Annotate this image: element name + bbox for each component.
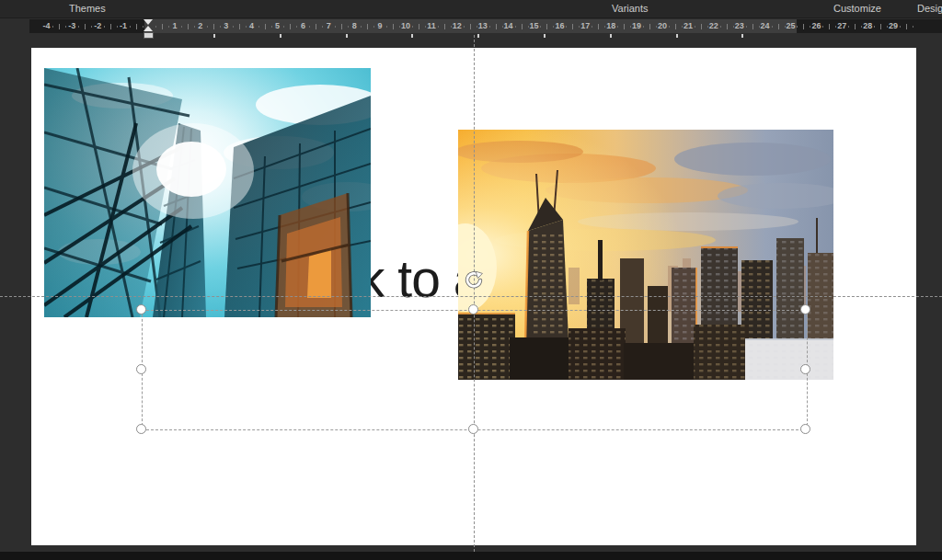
ruler-tick-dot: [91, 26, 92, 28]
ruler-number: -4: [42, 19, 50, 33]
ruler-number: 7: [327, 19, 331, 33]
ruler-tick-dot: [874, 26, 875, 28]
ruler-tick: [649, 24, 650, 29]
ruler-tick-dot: [386, 26, 387, 28]
ruler-tick-dot: [438, 26, 439, 28]
horizontal-center-guide[interactable]: [0, 296, 942, 297]
rotation-handle-icon[interactable]: [465, 271, 483, 290]
ruler-tick: [419, 24, 419, 29]
ruler-tick-dot: [848, 26, 849, 28]
ruler-number: 25: [786, 19, 795, 33]
selection-handle-top-center[interactable]: [468, 304, 478, 314]
ruler-tick-dot: [155, 26, 156, 28]
ruler-tick-dot: [643, 26, 644, 28]
ruler-tick: [367, 24, 368, 29]
ruler-tick-dot: [617, 26, 618, 28]
tab-stop-marker[interactable]: [346, 34, 348, 38]
photo-glass-skyscrapers[interactable]: [44, 68, 371, 317]
ruler-number: 8: [352, 19, 357, 33]
tab-stop-marker[interactable]: [280, 34, 281, 38]
ruler-tick: [624, 24, 625, 29]
ruler-tick-dot: [900, 26, 901, 28]
selection-handle-top-right[interactable]: [800, 304, 810, 314]
ruler-number: -2: [94, 19, 101, 33]
ruler-tick-dot: [168, 26, 169, 28]
ruler-tick-dot: [759, 26, 760, 28]
ruler-tick: [546, 24, 547, 29]
selection-handle-top-left[interactable]: [136, 304, 146, 314]
ruler-tick: [393, 24, 394, 29]
ruler-number: 28: [863, 19, 872, 33]
ruler-tick-dot: [181, 26, 182, 28]
ruler-tick: [855, 24, 856, 29]
ruler-tick-dot: [258, 26, 259, 28]
ruler-number: 5: [275, 19, 280, 33]
ruler-tick-dot: [515, 26, 516, 28]
selection-handle-middle-left[interactable]: [136, 364, 146, 374]
selection-handle-bottom-right[interactable]: [800, 424, 810, 434]
ruler-tick-dot: [887, 26, 888, 28]
ruler-number: 19: [632, 19, 641, 33]
ruler-tick: [239, 24, 240, 29]
ruler-number: 1: [172, 19, 177, 33]
ruler-tick-dot: [348, 26, 349, 28]
left-indent-marker[interactable]: [144, 32, 154, 39]
ruler-tick: [778, 24, 779, 29]
ribbon-group-variants: Variants: [612, 3, 649, 14]
ruler-tick: [162, 24, 163, 29]
tab-stop-marker[interactable]: [544, 34, 546, 38]
ruler-tick-dot: [117, 26, 118, 28]
ruler-tick: [727, 24, 728, 29]
ruler-tick: [213, 24, 214, 29]
tab-stop-marker[interactable]: [741, 34, 743, 38]
ruler-number: 9: [378, 19, 383, 33]
ribbon-bottom-strip: Themes Variants Customize Design: [0, 0, 942, 18]
ruler-tick-dot: [104, 26, 105, 28]
ruler-number: 4: [249, 19, 254, 33]
ruler-number: 17: [580, 19, 590, 33]
ruler-tick-dot: [695, 26, 695, 28]
ruler-tick-dot: [335, 26, 336, 28]
tab-stop-marker[interactable]: [411, 34, 413, 38]
tab-stop-marker[interactable]: [610, 34, 612, 38]
tab-stop-marker[interactable]: [676, 34, 678, 38]
ruler-tick: [188, 24, 189, 29]
ruler-number: 15: [529, 19, 538, 33]
ruler-number: 11: [427, 19, 436, 33]
ruler-tick-dot: [822, 26, 823, 28]
tab-stop-marker[interactable]: [477, 34, 479, 38]
ruler-number: 24: [761, 19, 770, 33]
first-line-indent-marker[interactable]: [144, 19, 153, 25]
ruler-tick: [59, 24, 60, 29]
selection-handle-bottom-center[interactable]: [468, 424, 478, 434]
ruler-tick: [906, 24, 907, 29]
ruler-tick-dot: [861, 26, 862, 28]
ruler-tick-dot: [207, 26, 208, 28]
ruler-number: 13: [478, 19, 488, 33]
selection-handle-middle-right[interactable]: [800, 364, 810, 374]
vertical-center-guide[interactable]: [474, 35, 475, 552]
hanging-indent-marker[interactable]: [144, 26, 153, 31]
ruler-tick-dot: [464, 26, 465, 28]
selection-handle-bottom-left[interactable]: [136, 424, 146, 434]
subtitle-placeholder-selection[interactable]: [142, 310, 808, 430]
ruler-tick-dot: [733, 26, 734, 28]
ruler-number: 27: [837, 19, 846, 33]
ruler-tick-dot: [361, 26, 362, 28]
ruler-tick: [341, 24, 342, 29]
ruler-tick-dot: [566, 26, 567, 28]
tab-stop-marker[interactable]: [213, 34, 215, 38]
ruler-number: 18: [606, 19, 615, 33]
ruler-tick-dot: [785, 26, 786, 28]
ruler-tick-dot: [283, 26, 284, 28]
ruler-tick-dot: [296, 26, 297, 28]
ruler-tick: [675, 24, 676, 29]
ruler-tick-dot: [746, 26, 747, 28]
ruler-number: 16: [555, 19, 564, 33]
ribbon-group-design: Design: [917, 3, 942, 14]
ruler-tick-dot: [425, 26, 426, 28]
ruler-tick-dot: [682, 26, 683, 28]
indent-marker[interactable]: [144, 19, 153, 38]
glass-skyscrapers-image: [44, 68, 371, 317]
ruler-number: 10: [401, 19, 410, 33]
